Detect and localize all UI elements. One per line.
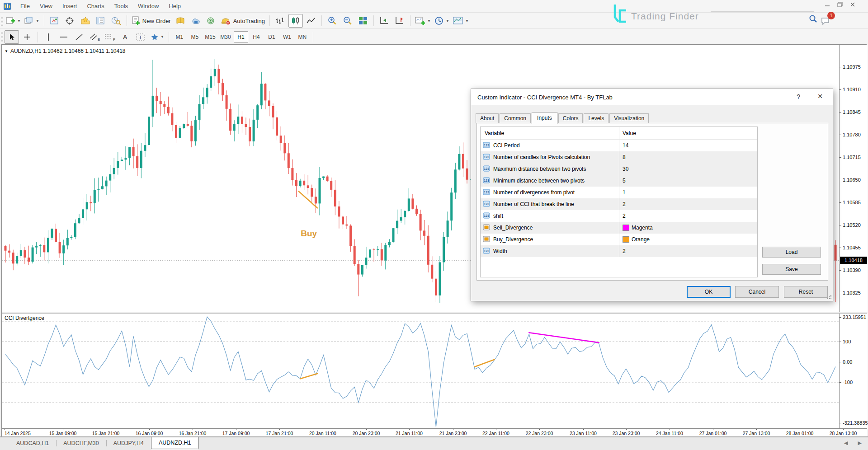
parameter-row[interactable]: 123CCI Period14 — [481, 140, 757, 151]
parameter-row[interactable]: 123Minimum distance between two pivots5 — [481, 175, 757, 187]
parameter-value[interactable]: 2 — [619, 198, 757, 210]
arrows-tool-button[interactable]: ▼ — [149, 30, 165, 44]
toolbar-grip[interactable] — [1, 32, 3, 42]
dialog-tab-colors[interactable]: Colors — [558, 113, 583, 123]
bar-chart-button[interactable] — [273, 14, 288, 28]
dialog-tab-levels[interactable]: Levels — [584, 113, 609, 123]
parameter-value[interactable]: 30 — [619, 163, 757, 175]
price-axis[interactable]: 1.109751.109101.108451.107801.107151.106… — [839, 45, 868, 312]
timeframe-mn[interactable]: MN — [295, 31, 310, 43]
ok-button[interactable]: OK — [687, 286, 731, 298]
timeframe-m30[interactable]: M30 — [218, 31, 233, 43]
crosshair-tool-button[interactable] — [20, 30, 34, 44]
parameter-value[interactable]: 8 — [619, 151, 757, 163]
data-window-button[interactable] — [94, 14, 108, 28]
menu-tools[interactable]: Tools — [109, 3, 133, 9]
timeframe-d1[interactable]: D1 — [264, 31, 279, 43]
save-button[interactable]: Save — [762, 264, 821, 275]
parameter-value[interactable]: 5 — [619, 175, 757, 187]
indicators-button[interactable]: ▼ — [414, 14, 432, 28]
timeframe-h4[interactable]: H4 — [249, 31, 264, 43]
candlestick-chart-button[interactable] — [288, 14, 303, 28]
menu-insert[interactable]: Insert — [57, 3, 82, 9]
timeframe-m15[interactable]: M15 — [203, 31, 217, 43]
parameter-value[interactable]: Magenta — [619, 222, 757, 234]
tab-scroll-right-icon[interactable]: ▶ — [858, 440, 862, 446]
search-icon[interactable] — [809, 14, 818, 25]
parameter-row[interactable]: 123shift2 — [481, 210, 757, 222]
tab-scroll-left-icon[interactable]: ◀ — [844, 440, 848, 446]
text-label-tool-button[interactable]: T — [133, 30, 148, 44]
periods-button[interactable]: ▼ — [433, 14, 451, 28]
community-button[interactable] — [189, 14, 203, 28]
menu-window[interactable]: Window — [133, 3, 164, 9]
templates-button[interactable]: ▼ — [452, 14, 470, 28]
parameter-row[interactable]: 123Number of CCI that break the line2 — [481, 198, 757, 210]
indicator-tick — [840, 382, 841, 383]
parameter-row[interactable]: 123Width2 — [481, 245, 757, 257]
zoom-in-button[interactable] — [325, 14, 340, 28]
timeframe-h1[interactable]: H1 — [234, 31, 248, 43]
auto-scroll-button[interactable] — [377, 14, 392, 28]
dialog-titlebar[interactable]: Custom Indicator - CCI Divergence MT4 - … — [471, 89, 833, 105]
navigator-button[interactable] — [63, 14, 77, 28]
chart-tab-audnzd-h1[interactable]: AUDNZD,H1 — [151, 437, 199, 449]
notification-badge[interactable]: 1 — [827, 12, 835, 19]
journal-button[interactable] — [173, 14, 188, 28]
favorites-button[interactable] — [78, 14, 93, 28]
dialog-tab-visualization[interactable]: Visualization — [609, 113, 649, 123]
market-watch-button[interactable] — [47, 14, 62, 28]
help-icon[interactable]: ? — [797, 93, 800, 100]
equidistant-channel-tool-button[interactable]: E — [87, 30, 102, 44]
time-axis[interactable]: 14 Jan 202515 Jan 09:0015 Jan 21:0016 Ja… — [2, 428, 867, 437]
chart-tab-audchf-m30[interactable]: AUDCHF,M30 — [56, 437, 106, 449]
parameter-row[interactable]: 123Maximum distance between two pivots30 — [481, 163, 757, 175]
parameter-value[interactable]: 1 — [619, 187, 757, 198]
autotrading-button[interactable]: AutoTrading — [219, 14, 266, 28]
new-order-button[interactable]: New Order — [130, 14, 172, 28]
chart-shift-button[interactable] — [392, 14, 407, 28]
vertical-line-tool-button[interactable] — [41, 30, 56, 44]
cursor-tool-button[interactable] — [5, 30, 19, 44]
menu-view[interactable]: View — [35, 3, 57, 9]
toolbar-grip[interactable] — [1, 16, 3, 26]
dialog-close-icon[interactable]: ✕ — [817, 93, 823, 100]
mql5-button[interactable] — [204, 14, 218, 28]
new-chart-button[interactable]: ▼ — [5, 14, 22, 28]
parameter-row[interactable]: 123Number of divergences from pivot1 — [481, 187, 757, 198]
collapse-arrow-icon[interactable]: ▼ — [5, 49, 8, 53]
load-button[interactable]: Load — [762, 247, 821, 258]
parameter-value[interactable]: 14 — [619, 140, 757, 151]
cancel-button[interactable]: Cancel — [735, 286, 779, 298]
parameter-value[interactable]: 2 — [619, 245, 757, 257]
timeframe-m5[interactable]: M5 — [188, 31, 202, 43]
chart-tab-audcad-h1[interactable]: AUDCAD,H1 — [9, 437, 56, 449]
strategy-tester-button[interactable] — [109, 14, 123, 28]
tile-windows-button[interactable] — [356, 14, 370, 28]
dialog-tab-about[interactable]: About — [476, 113, 499, 123]
menu-help[interactable]: Help — [164, 3, 186, 9]
dialog-tab-common[interactable]: Common — [500, 113, 531, 123]
fibonacci-tool-button[interactable]: F — [103, 30, 117, 44]
parameter-value[interactable]: 2 — [619, 210, 757, 222]
menu-charts[interactable]: Charts — [82, 3, 109, 9]
timeframe-m1[interactable]: M1 — [172, 31, 187, 43]
dialog-resize-grip[interactable] — [827, 295, 831, 300]
zoom-out-button[interactable] — [340, 14, 355, 28]
parameter-row[interactable]: Sell_DivergenceMagenta — [481, 222, 757, 234]
parameter-row[interactable]: 123Number of candles for Pivots calculat… — [481, 151, 757, 163]
parameter-value[interactable]: Orange — [619, 234, 757, 245]
chart-tab-audjpy-h4[interactable]: AUDJPY,H4 — [106, 437, 151, 449]
reset-button[interactable]: Reset — [784, 286, 828, 298]
cci-indicator-pane[interactable]: CCI Divertgence — [2, 314, 839, 428]
indicator-axis[interactable]: 233.159511000.00-100-321.38835 — [839, 314, 868, 428]
menu-file[interactable]: File — [15, 3, 35, 9]
parameter-row[interactable]: Buy_DivergenceOrange — [481, 234, 757, 245]
horizontal-line-tool-button[interactable] — [57, 30, 71, 44]
trendline-tool-button[interactable] — [72, 30, 86, 44]
dialog-tab-inputs[interactable]: Inputs — [532, 112, 557, 124]
timeframe-w1[interactable]: W1 — [280, 31, 294, 43]
profiles-button[interactable]: ▼ — [23, 14, 41, 28]
text-tool-button[interactable]: A — [118, 30, 132, 44]
line-chart-button[interactable] — [304, 14, 318, 28]
